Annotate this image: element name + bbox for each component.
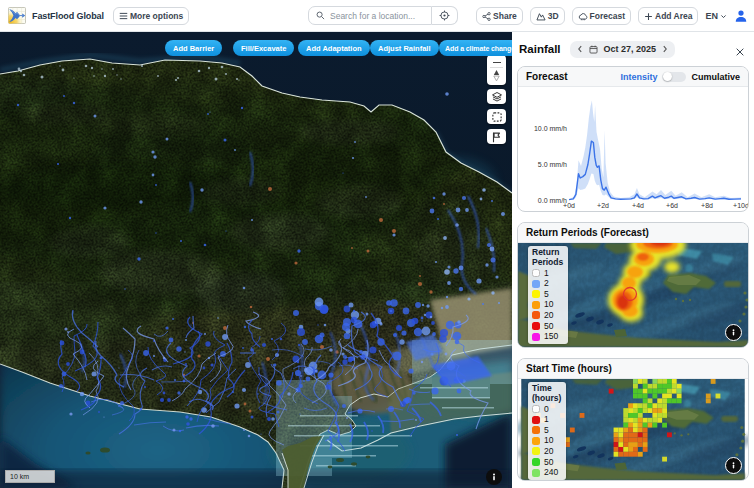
svg-text:10.0 mm/h: 10.0 mm/h <box>534 125 567 132</box>
svg-text:+0d: +0d <box>563 202 575 209</box>
svg-text:+10d: +10d <box>733 202 748 209</box>
svg-text:+8d: +8d <box>701 202 713 209</box>
svg-text:+6d: +6d <box>666 202 678 209</box>
svg-text:+2d: +2d <box>597 202 609 209</box>
svg-text:+4d: +4d <box>632 202 644 209</box>
svg-text:5.0 mm/h: 5.0 mm/h <box>538 161 567 168</box>
